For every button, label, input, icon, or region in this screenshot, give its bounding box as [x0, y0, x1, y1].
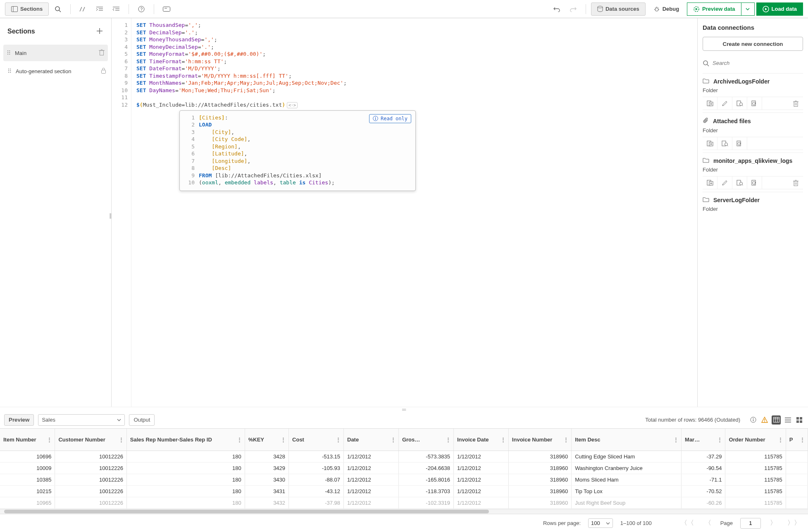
column-menu-button[interactable]: ⋮	[391, 437, 396, 443]
column-menu-button[interactable]: ⋮	[446, 437, 451, 443]
column-menu-button[interactable]: ⋮	[281, 437, 286, 443]
first-page-button[interactable]: 〈〈	[679, 519, 696, 527]
outdent-button[interactable]	[109, 2, 124, 16]
column-menu-button[interactable]: ⋮	[119, 437, 124, 443]
preview-toggle-button[interactable]: Preview	[4, 414, 34, 426]
column-header[interactable]: %KEY⋮	[245, 429, 288, 451]
readonly-badge: Read only	[369, 114, 411, 123]
connection-search[interactable]	[703, 57, 803, 69]
column-menu-button[interactable]: ⋮	[47, 437, 52, 443]
connection-select-button[interactable]	[717, 137, 732, 150]
add-section-button[interactable]	[94, 26, 105, 37]
connection-delete-button[interactable]	[788, 177, 803, 189]
connection-item[interactable]: Attached files Folder	[703, 112, 803, 153]
column-header[interactable]: Item Number⋮	[0, 429, 55, 451]
preview-data-button[interactable]: Preview data	[687, 2, 741, 16]
search-button[interactable]	[50, 2, 65, 16]
column-menu-button[interactable]: ⋮	[778, 437, 783, 443]
warning-indicator[interactable]	[760, 415, 769, 425]
column-header[interactable]: Sales Rep Number-Sales Rep ID⋮	[126, 429, 245, 451]
connection-item[interactable]: ArchivedLogsFolder Folder	[703, 73, 803, 112]
preview-data-dropdown[interactable]	[741, 2, 755, 16]
info-button[interactable]	[748, 415, 758, 425]
section-item-auto[interactable]: ⠿ Auto-generated section	[0, 63, 111, 79]
collapse-handle-left[interactable]: ‖	[109, 212, 112, 219]
output-button[interactable]: Output	[129, 414, 155, 426]
drag-handle-icon[interactable]: ⠿	[7, 50, 10, 56]
column-header[interactable]: P⋮	[786, 429, 808, 451]
load-data-button[interactable]: Load data	[756, 2, 803, 16]
table-cell: -37.29	[682, 451, 725, 463]
connection-item[interactable]: ServerLogFolder Folder	[703, 192, 803, 218]
indent-button[interactable]	[92, 2, 107, 16]
column-menu-button[interactable]: ⋮	[673, 437, 679, 443]
prev-page-button[interactable]: 〈	[703, 519, 713, 527]
drag-handle-icon[interactable]: ⠿	[7, 68, 11, 74]
table-row[interactable]: 10009100122261803429-105.931/12/2012-204…	[0, 463, 808, 474]
svg-line-20	[655, 7, 656, 8]
section-item-main[interactable]: ⠿ Main	[3, 45, 108, 61]
preview-table-select[interactable]: Sales	[38, 414, 125, 426]
connection-refresh-button[interactable]	[747, 97, 762, 110]
redo-button[interactable]	[566, 2, 581, 16]
column-header[interactable]: Order Number⋮	[725, 429, 786, 451]
connection-select-button[interactable]	[732, 177, 747, 189]
connection-search-input[interactable]	[713, 57, 803, 69]
expand-chip[interactable]: <·>	[287, 102, 298, 109]
sections-toggle-button[interactable]: Sections	[5, 2, 49, 16]
column-menu-button[interactable]: ⋮	[717, 437, 722, 443]
view-grid-button[interactable]	[795, 415, 804, 425]
collapse-handle-right[interactable]: ‖	[697, 212, 698, 219]
view-table-button[interactable]	[772, 415, 781, 425]
column-menu-button[interactable]: ⋮	[501, 437, 506, 443]
connection-delete-button[interactable]	[788, 97, 803, 110]
preview-table-wrapper[interactable]: Item Number⋮Customer Number⋮Sales Rep Nu…	[0, 428, 808, 509]
column-header[interactable]: Customer Number⋮	[55, 429, 126, 451]
column-menu-button[interactable]: ⋮	[336, 437, 341, 443]
view-list-button[interactable]	[783, 415, 792, 425]
page-input[interactable]	[740, 518, 761, 529]
connection-insert-button[interactable]	[703, 177, 717, 189]
connection-refresh-button[interactable]	[747, 177, 762, 189]
column-header[interactable]: Date⋮	[344, 429, 399, 451]
svg-marker-23	[696, 8, 698, 10]
connection-insert-button[interactable]	[703, 137, 717, 150]
column-header[interactable]: Item Desc⋮	[572, 429, 682, 451]
rows-per-page-select[interactable]: 100	[588, 518, 613, 528]
table-row[interactable]: 10215100122261803431-43.121/12/2012-118.…	[0, 486, 808, 497]
debug-button[interactable]: Debug	[647, 2, 685, 16]
help-button[interactable]: ?	[134, 2, 149, 16]
table-row[interactable]: 10385100122261803430-88.071/12/2012-165.…	[0, 474, 808, 486]
column-header[interactable]: Invoice Number⋮	[508, 429, 571, 451]
connection-edit-button[interactable]	[717, 177, 732, 189]
view-button[interactable]	[159, 2, 174, 16]
column-menu-button[interactable]: ⋮	[237, 437, 242, 443]
horizontal-scrollbar[interactable]	[0, 509, 808, 514]
table-row[interactable]: 10696100122261803428-513.151/12/2012-573…	[0, 451, 808, 463]
connection-insert-button[interactable]	[703, 97, 717, 110]
column-header[interactable]: Mar…⋮	[682, 429, 725, 451]
comment-button[interactable]: //	[76, 2, 91, 16]
column-menu-button[interactable]: ⋮	[563, 437, 569, 443]
data-sources-button[interactable]: Data sources	[591, 2, 646, 16]
horizontal-resize-handle[interactable]: ═	[0, 407, 808, 412]
connection-item[interactable]: monitor_apps_qlikview_logs Folder	[703, 153, 803, 192]
code-area[interactable]: SET ThousandSep=','; SET DecimalSep='.';…	[131, 18, 697, 407]
script-editor[interactable]: ‖ 123456789101112 SET ThousandSep=','; S…	[112, 18, 697, 407]
create-connection-button[interactable]: Create new connection	[703, 37, 803, 51]
connection-refresh-button[interactable]	[732, 137, 747, 150]
column-header[interactable]: Invoice Date⋮	[453, 429, 508, 451]
last-page-button[interactable]: 〉〉	[786, 519, 802, 527]
connection-edit-button[interactable]	[717, 97, 732, 110]
table-cell: 115785	[725, 497, 786, 509]
table-row[interactable]: 10965100122261803432-37.981/12/2012-102.…	[0, 497, 808, 509]
undo-button[interactable]	[549, 2, 564, 16]
connection-select-button[interactable]	[732, 97, 747, 110]
next-page-button[interactable]: 〉	[768, 519, 778, 527]
delete-section-button[interactable]	[99, 49, 105, 57]
svg-rect-28	[100, 51, 104, 55]
column-menu-button[interactable]: ⋮	[800, 437, 805, 443]
svg-rect-77	[773, 417, 779, 422]
column-header[interactable]: Gros…⋮	[398, 429, 453, 451]
column-header[interactable]: Cost⋮	[289, 429, 344, 451]
